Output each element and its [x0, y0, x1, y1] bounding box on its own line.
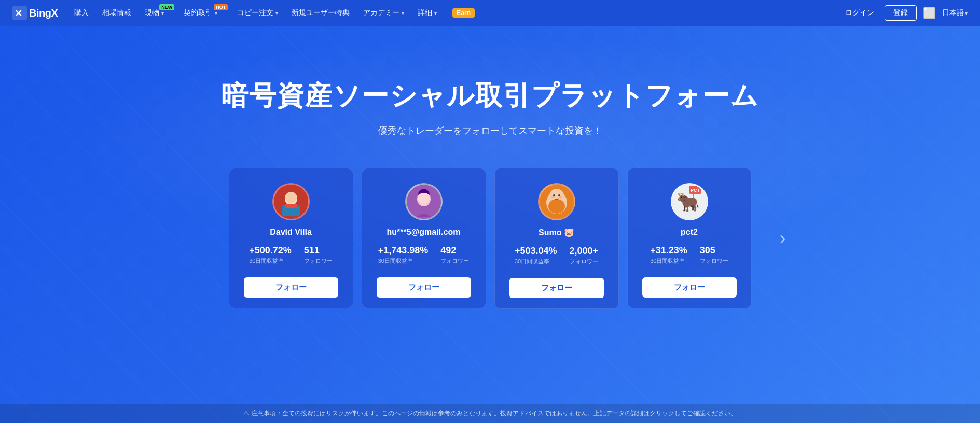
logo[interactable]: ✕ BingX [12, 6, 58, 20]
svg-point-5 [285, 192, 297, 203]
svg-point-9 [418, 192, 430, 204]
avatar-hu [405, 183, 443, 220]
chevron-icon: ▾ [402, 10, 404, 16]
hot-badge: HOT [214, 4, 228, 10]
followers-label-pct2: フォロワー [700, 257, 728, 265]
trader-card-hu: hu***5@gmail.com +1,743.98% 30日間収益率 492 … [362, 168, 486, 308]
trader-stats-sumo: +503.04% 30日間収益率 2,000+ フォロワー [509, 246, 604, 265]
followers-label-sumo: フォロワー [570, 258, 598, 265]
svg-point-17 [559, 196, 562, 198]
nav-academy[interactable]: アカデミー ▾ [358, 0, 409, 26]
avatar-pct2: 🐂 ↑ PCT [671, 183, 708, 220]
new-badge: NEW [159, 4, 174, 10]
svg-rect-6 [285, 204, 297, 208]
nav-new-user[interactable]: 新規ユーザー特典 [286, 0, 355, 26]
nav-right: ログイン 登録 ⬜ 日本語 ▾ [841, 5, 968, 21]
avatar-david [272, 183, 310, 220]
trader-stats-pct2: +31.23% 30日間収益率 305 フォロワー [642, 245, 737, 265]
trader-stats-hu: +1,743.98% 30日間収益率 492 フォロワー [377, 245, 471, 265]
followers-label-david: フォロワー [304, 257, 333, 265]
avatar-sumo-image [540, 185, 574, 219]
roi-value-david: +500.72% [249, 245, 292, 256]
nav-contract[interactable]: 契約取引 HOT ▾ [178, 0, 229, 26]
avatar-hu-image [407, 185, 441, 219]
svg-point-16 [551, 196, 555, 198]
monitor-icon[interactable]: ⬜ [923, 7, 936, 19]
roi-label-david: 30日間収益率 [249, 257, 284, 265]
hero-section: 暗号資産ソーシャル取引プラットフォーム 優秀なトレーダーをフォローしてスマートな… [0, 26, 980, 423]
trader-name-hu: hu***5@gmail.com [387, 228, 461, 237]
nav-copy[interactable]: コピー注文 ▾ [232, 0, 283, 26]
trader-card-david: David Villa +500.72% 30日間収益率 511 フォロワー フ… [229, 168, 353, 308]
disclaimer: ⚠ 注意事項：全ての投資にはリスクが伴います。このページの情報は参考のみとなりま… [0, 404, 980, 423]
trader-name-pct2: pct2 [681, 228, 698, 237]
followers-value-hu: 492 [440, 245, 456, 256]
nav-earn[interactable]: Earn [445, 0, 480, 26]
avatar-hu-svg [407, 185, 441, 219]
register-button[interactable]: 登録 [885, 5, 917, 21]
followers-value-sumo: 2,000+ [570, 246, 599, 257]
nav-spot[interactable]: 現物 NEW ▾ [140, 0, 175, 26]
stat-followers-david: 511 フォロワー [304, 245, 333, 265]
followers-label-hu: フォロワー [440, 257, 469, 265]
roi-value-hu: +1,743.98% [378, 245, 429, 256]
trader-stats-david: +500.72% 30日間収益率 511 フォロワー [244, 245, 338, 265]
earn-badge: Earn [452, 8, 475, 18]
stat-followers-sumo: 2,000+ フォロワー [570, 246, 599, 265]
stat-followers-hu: 492 フォロワー [440, 245, 469, 265]
roi-label-sumo: 30日間収益率 [515, 258, 549, 265]
chevron-icon: ▾ [215, 10, 217, 16]
svg-text:PCT: PCT [691, 188, 700, 193]
avatar-david-image [274, 185, 308, 219]
hero-subtitle: 優秀なトレーダーをフォローしてスマートな投資を！ [378, 124, 602, 137]
avatar-pct2-svg: 🐂 ↑ PCT [672, 185, 707, 219]
stat-followers-pct2: 305 フォロワー [700, 245, 728, 265]
follow-button-sumo[interactable]: フォロー [509, 278, 604, 298]
roi-label-pct2: 30日間収益率 [650, 257, 685, 265]
followers-value-pct2: 305 [700, 245, 715, 256]
svg-point-13 [548, 199, 565, 214]
stat-roi-hu: +1,743.98% 30日間収益率 [378, 245, 429, 265]
avatar-pct2-image: 🐂 ↑ PCT [672, 185, 707, 219]
nav-market[interactable]: 相場情報 [97, 0, 136, 26]
next-arrow[interactable]: › [780, 228, 786, 249]
roi-value-pct2: +31.23% [650, 245, 687, 256]
chevron-icon: ▾ [434, 10, 437, 16]
chevron-icon: ▾ [161, 10, 164, 16]
nav-buy[interactable]: 購入 [69, 0, 94, 26]
logo-text: BingX [29, 7, 58, 19]
follow-button-david[interactable]: フォロー [244, 277, 338, 298]
avatar-sumo-svg [540, 185, 574, 219]
followers-value-david: 511 [304, 245, 320, 256]
svg-text:🐂: 🐂 [677, 191, 700, 213]
svg-text:✕: ✕ [15, 8, 22, 19]
navbar: ✕ BingX 購入 相場情報 現物 NEW ▾ 契約取引 HOT ▾ コピー注… [0, 0, 980, 26]
roi-value-sumo: +503.04% [515, 246, 557, 257]
avatar-david-svg [274, 185, 308, 219]
login-button[interactable]: ログイン [841, 8, 878, 18]
language-selector[interactable]: 日本語 ▾ [942, 8, 968, 18]
bingx-logo-icon: ✕ [12, 6, 27, 20]
traders-row: David Villa +500.72% 30日間収益率 511 フォロワー フ… [205, 168, 776, 309]
lang-chevron-icon: ▾ [965, 10, 968, 16]
trader-name-sumo: Sumo 🐷 [539, 228, 574, 237]
nav-more[interactable]: 詳細 ▾ [412, 0, 442, 26]
trader-name-david: David Villa [270, 228, 312, 237]
stat-roi-david: +500.72% 30日間収益率 [249, 245, 292, 265]
follow-button-pct2[interactable]: フォロー [642, 277, 737, 298]
follow-button-hu[interactable]: フォロー [377, 277, 471, 298]
disclaimer-text: ⚠ 注意事項：全ての投資にはリスクが伴います。このページの情報は参考のみとなりま… [243, 410, 736, 417]
stat-roi-sumo: +503.04% 30日間収益率 [515, 246, 557, 265]
hero-title: 暗号資産ソーシャル取引プラットフォーム [221, 78, 759, 114]
trader-card-sumo: Sumo 🐷 +503.04% 30日間収益率 2,000+ フォロワー フォロ… [494, 168, 619, 309]
trader-card-pct2: 🐂 ↑ PCT pct2 +31.23% 30日間収益率 305 フォロワー [627, 168, 752, 308]
avatar-sumo [538, 183, 575, 220]
stat-roi-pct2: +31.23% 30日間収益率 [650, 245, 687, 265]
roi-label-hu: 30日間収益率 [378, 257, 413, 265]
chevron-icon: ▾ [275, 10, 278, 16]
